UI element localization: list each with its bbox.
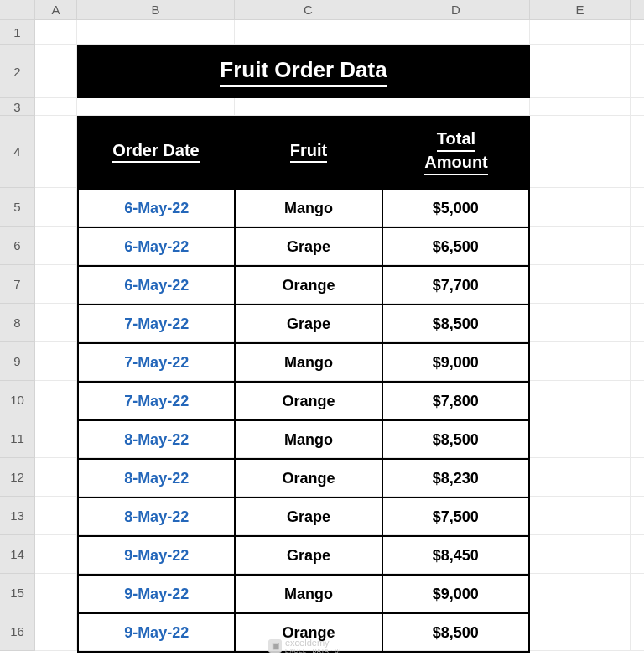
- table-row[interactable]: 7-May-22Grape$8,500: [78, 305, 529, 343]
- row-header-2[interactable]: 2: [0, 45, 35, 98]
- row-header-14[interactable]: 14: [0, 535, 35, 574]
- cell-amount[interactable]: $8,450: [382, 536, 529, 575]
- cell-fruit[interactable]: Grape: [235, 536, 382, 575]
- row-header-1[interactable]: 1: [0, 20, 35, 45]
- cells-area[interactable]: Fruit Order Data Order Date Fruit Total …: [35, 20, 644, 651]
- cell-amount[interactable]: $7,700: [382, 266, 529, 305]
- row-header-4[interactable]: 4: [0, 116, 35, 188]
- title-text: Fruit Order Data: [220, 57, 387, 87]
- cell-amount[interactable]: $8,500: [382, 420, 529, 459]
- row-header-7[interactable]: 7: [0, 265, 35, 304]
- table-body: 6-May-22Mango$5,0006-May-22Grape$6,5006-…: [77, 188, 530, 653]
- table-row[interactable]: 8-May-22Mango$8,500: [78, 420, 529, 459]
- table-row[interactable]: 6-May-22Orange$7,700: [78, 266, 529, 305]
- row-headers: 12345678910111213141516: [0, 20, 35, 651]
- cell-order-date[interactable]: 9-May-22: [78, 613, 235, 652]
- th-fruit[interactable]: Fruit: [235, 116, 382, 188]
- cell-amount[interactable]: $8,500: [382, 613, 529, 652]
- col-header-B[interactable]: B: [77, 0, 235, 19]
- select-all-corner[interactable]: [0, 0, 35, 19]
- cell-order-date[interactable]: 8-May-22: [78, 459, 235, 497]
- cell-amount[interactable]: $7,500: [382, 497, 529, 536]
- spreadsheet-grid: A B C D E 12345678910111213141516 Fruit …: [0, 0, 644, 672]
- cell-amount[interactable]: $8,500: [382, 305, 529, 343]
- cell-order-date[interactable]: 9-May-22: [78, 536, 235, 575]
- row-header-3[interactable]: 3: [0, 98, 35, 116]
- col-header-C[interactable]: C: [235, 0, 382, 19]
- cell-amount[interactable]: $9,000: [382, 343, 529, 382]
- row-header-12[interactable]: 12: [0, 458, 35, 497]
- table-row[interactable]: 6-May-22Mango$5,000: [78, 189, 529, 227]
- row-header-10[interactable]: 10: [0, 381, 35, 419]
- cell-fruit[interactable]: Mango: [235, 420, 382, 459]
- watermark-brand: exceldemy: [285, 638, 330, 648]
- cell-amount[interactable]: $6,500: [382, 227, 529, 266]
- cell-order-date[interactable]: 8-May-22: [78, 497, 235, 536]
- cell-amount[interactable]: $8,230: [382, 459, 529, 497]
- cell-fruit[interactable]: Orange: [235, 266, 382, 305]
- cell-fruit[interactable]: Grape: [235, 305, 382, 343]
- cell-amount[interactable]: $5,000: [382, 189, 529, 227]
- cell-order-date[interactable]: 7-May-22: [78, 305, 235, 343]
- watermark: ▣ exceldemy EXCEL · DATA · BI: [268, 638, 341, 654]
- cell-amount[interactable]: $9,000: [382, 575, 529, 613]
- cell-order-date[interactable]: 6-May-22: [78, 227, 235, 266]
- row-header-11[interactable]: 11: [0, 419, 35, 458]
- row-header-16[interactable]: 16: [0, 612, 35, 651]
- table-row[interactable]: 6-May-22Grape$6,500: [78, 227, 529, 266]
- cell-fruit[interactable]: Orange: [235, 459, 382, 497]
- row-header-8[interactable]: 8: [0, 304, 35, 342]
- cell-order-date[interactable]: 6-May-22: [78, 189, 235, 227]
- cell-fruit[interactable]: Grape: [235, 497, 382, 536]
- watermark-icon: ▣: [268, 639, 282, 653]
- cell-amount[interactable]: $7,800: [382, 382, 529, 420]
- col-header-A[interactable]: A: [35, 0, 77, 19]
- title-bar: Fruit Order Data: [77, 45, 530, 98]
- table-row[interactable]: 7-May-22Mango$9,000: [78, 343, 529, 382]
- row-header-5[interactable]: 5: [0, 188, 35, 227]
- table-row[interactable]: 9-May-22Mango$9,000: [78, 575, 529, 613]
- column-headers: A B C D E: [0, 0, 644, 20]
- watermark-sub: EXCEL · DATA · BI: [285, 648, 341, 654]
- cell-order-date[interactable]: 6-May-22: [78, 266, 235, 305]
- cell-fruit[interactable]: Grape: [235, 227, 382, 266]
- table-row[interactable]: 8-May-22Orange$8,230: [78, 459, 529, 497]
- th-total-amount[interactable]: Total Amount: [382, 116, 530, 188]
- cell-fruit[interactable]: Orange: [235, 382, 382, 420]
- cell-order-date[interactable]: 7-May-22: [78, 382, 235, 420]
- col-header-E[interactable]: E: [530, 0, 631, 19]
- row-header-13[interactable]: 13: [0, 497, 35, 535]
- cell-fruit[interactable]: Mango: [235, 189, 382, 227]
- row-header-15[interactable]: 15: [0, 574, 35, 612]
- col-header-D[interactable]: D: [382, 0, 530, 19]
- cell-order-date[interactable]: 7-May-22: [78, 343, 235, 382]
- row-header-6[interactable]: 6: [0, 227, 35, 265]
- cell-order-date[interactable]: 8-May-22: [78, 420, 235, 459]
- cell-fruit[interactable]: Mango: [235, 575, 382, 613]
- cell-fruit[interactable]: Mango: [235, 343, 382, 382]
- cell-order-date[interactable]: 9-May-22: [78, 575, 235, 613]
- table-row[interactable]: 7-May-22Orange$7,800: [78, 382, 529, 420]
- table-row[interactable]: 9-May-22Grape$8,450: [78, 536, 529, 575]
- row-header-9[interactable]: 9: [0, 342, 35, 381]
- th-order-date[interactable]: Order Date: [77, 116, 235, 188]
- table-header-row: Order Date Fruit Total Amount: [77, 116, 530, 188]
- table-row[interactable]: 8-May-22Grape$7,500: [78, 497, 529, 536]
